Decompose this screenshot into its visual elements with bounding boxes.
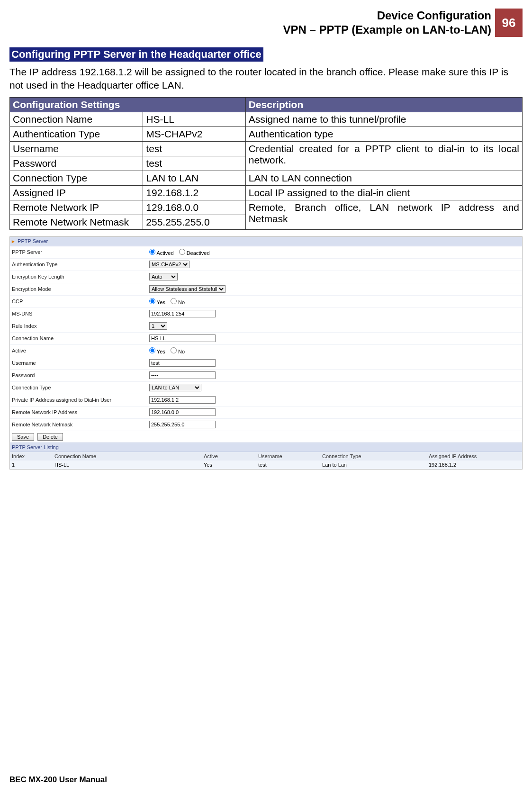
cfg-value: test — [143, 156, 245, 171]
listing-row: 1 HS-LL Yes test Lan to Lan 192.168.1.2 — [10, 461, 522, 469]
page-header: Device Configuration VPN – PPTP (Example… — [9, 9, 523, 37]
label-remote-mask: Remote Network Netmask — [12, 422, 149, 427]
label-username: Username — [12, 360, 149, 366]
cfg-desc: Remote, Branch office, LAN network IP ad… — [245, 200, 522, 229]
col-ip: Assigned IP Address — [429, 453, 520, 459]
panel-header: ▸ PPTP Server — [10, 237, 522, 246]
label-enc-len: Encryption Key Length — [12, 274, 149, 280]
arrow-icon: ▸ — [12, 238, 15, 244]
radio-active-no[interactable]: No — [171, 349, 185, 354]
cfg-value: 129.168.0.0 — [143, 200, 245, 215]
header-line2: VPN – PPTP (Example on LAN-to-LAN) — [9, 23, 491, 37]
cfg-setting: Remote Network Netmask — [10, 215, 143, 229]
cfg-value: 192.168.1.2 — [143, 185, 245, 200]
cell-index: 1 — [12, 462, 54, 468]
input-conn-name[interactable] — [149, 334, 216, 342]
cfg-desc: Assigned name to this tunnel/profile — [245, 112, 522, 126]
cell-user: test — [258, 462, 322, 468]
header-title: Device Configuration VPN – PPTP (Example… — [9, 9, 495, 37]
listing-header: PPTP Server Listing — [10, 443, 522, 452]
page-number: 96 — [495, 9, 523, 37]
cfg-desc: Credential created for a PPTP client to … — [245, 141, 522, 171]
delete-button[interactable]: Delete — [37, 433, 63, 441]
cfg-value: test — [143, 141, 245, 156]
col-index: Index — [12, 453, 54, 459]
label-active: Active — [12, 348, 149, 353]
label-remote-ip: Remote Network IP Address — [12, 409, 149, 415]
label-conn-type: Connection Type — [12, 385, 149, 390]
cell-active: Yes — [204, 462, 258, 468]
label-msdns: MS-DNS — [12, 311, 149, 316]
select-enc-len[interactable]: Auto — [149, 273, 178, 280]
cfg-setting: Authentication Type — [10, 126, 143, 141]
label-pptp-server: PPTP Server — [12, 249, 149, 255]
listing-columns: Index Connection Name Active Username Co… — [10, 452, 522, 461]
radio-deactivated[interactable]: Deactived — [179, 250, 210, 256]
col-type: Connection Type — [322, 453, 429, 459]
input-remote-mask[interactable] — [149, 421, 216, 428]
section-title: Configuring PPTP Server in the Headquart… — [9, 47, 263, 62]
input-password[interactable] — [149, 371, 216, 379]
label-rule-index: Rule Index — [12, 323, 149, 329]
cell-type: Lan to Lan — [322, 462, 429, 468]
router-ui-panel: ▸ PPTP Server PPTP Server Actived Deacti… — [9, 236, 523, 470]
header-line1: Device Configuration — [9, 9, 491, 23]
cfg-value: LAN to LAN — [143, 171, 245, 185]
radio-activated[interactable]: Actived — [149, 250, 174, 256]
save-button[interactable]: Save — [12, 433, 34, 441]
config-table: Configuration Settings Description Conne… — [9, 97, 523, 230]
input-priv-ip[interactable] — [149, 396, 216, 404]
col-user: Username — [258, 453, 322, 459]
label-auth-type: Authentication Type — [12, 262, 149, 267]
cfg-setting: Assigned IP — [10, 185, 143, 200]
cfg-setting: Password — [10, 156, 143, 171]
cfg-value: HS-LL — [143, 112, 245, 126]
footer-text: BEC MX-200 User Manual — [9, 775, 107, 785]
input-username[interactable] — [149, 359, 216, 367]
input-msdns[interactable] — [149, 310, 216, 317]
cfg-value: MS-CHAPv2 — [143, 126, 245, 141]
label-priv-ip: Private IP Address assigned to Dial-in U… — [12, 397, 149, 403]
label-conn-name: Connection Name — [12, 335, 149, 341]
panel-title: PPTP Server — [18, 238, 48, 244]
select-rule-index[interactable]: 1 — [149, 322, 167, 330]
cfg-setting: Connection Name — [10, 112, 143, 126]
radio-ccp-yes[interactable]: Yes — [149, 299, 165, 305]
cfg-desc: Authentication type — [245, 126, 522, 141]
radio-ccp-no[interactable]: No — [171, 299, 185, 305]
radio-active-yes[interactable]: Yes — [149, 349, 165, 354]
col-active: Active — [204, 453, 258, 459]
select-auth-type[interactable]: MS-CHAPv2 — [149, 261, 189, 268]
cfg-value: 255.255.255.0 — [143, 215, 245, 229]
cfg-setting: Connection Type — [10, 171, 143, 185]
th-settings: Configuration Settings — [10, 97, 246, 112]
label-enc-mode: Encryption Mode — [12, 286, 149, 292]
col-conn: Connection Name — [54, 453, 204, 459]
input-remote-ip[interactable] — [149, 408, 216, 416]
select-conn-type[interactable]: LAN to LAN — [149, 384, 201, 391]
cfg-desc: LAN to LAN connection — [245, 171, 522, 185]
label-password: Password — [12, 372, 149, 378]
cfg-setting: Remote Network IP — [10, 200, 143, 215]
select-enc-mode[interactable]: Allow Stateless and Statefull — [149, 285, 225, 293]
label-ccp: CCP — [12, 298, 149, 304]
th-description: Description — [245, 97, 522, 112]
cfg-desc: Local IP assigned to the dial-in client — [245, 185, 522, 200]
cell-conn: HS-LL — [54, 462, 204, 468]
cell-ip: 192.168.1.2 — [429, 462, 520, 468]
cfg-setting: Username — [10, 141, 143, 156]
section-paragraph: The IP address 192.168.1.2 will be assig… — [9, 65, 523, 92]
